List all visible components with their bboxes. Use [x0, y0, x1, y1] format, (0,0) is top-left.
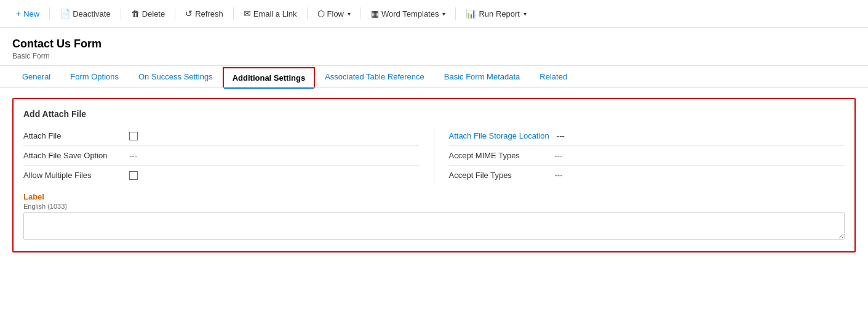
flow-icon: ⬡ — [317, 9, 325, 18]
tab-form-options[interactable]: Form Options — [60, 66, 129, 87]
word-templates-icon: ▦ — [371, 9, 379, 18]
tab-additional-settings[interactable]: Additional Settings — [223, 67, 315, 87]
new-button[interactable]: + New — [10, 5, 46, 22]
attach-file-row: Attach File — [23, 126, 419, 146]
section-title: Add Attach File — [23, 109, 845, 119]
refresh-button[interactable]: ↺ Refresh — [179, 5, 229, 22]
attach-file-storage-location-row: Attach File Storage Location --- — [449, 126, 845, 146]
deactivate-button[interactable]: 📄 Deactivate — [54, 5, 116, 22]
attach-file-storage-location-value: --- — [557, 131, 565, 140]
divider-7 — [455, 7, 456, 20]
tabs-bar: General Form Options On Success Settings… — [0, 66, 868, 88]
deactivate-icon: 📄 — [60, 9, 70, 18]
label-section: Label English (1033) — [23, 192, 845, 241]
delete-icon: 🗑 — [131, 9, 140, 18]
fields-grid: Attach File Attach File Save Option --- … — [23, 126, 845, 185]
refresh-icon: ↺ — [185, 9, 193, 18]
attach-file-storage-location-label: Attach File Storage Location — [449, 131, 549, 140]
accept-file-types-value: --- — [555, 171, 563, 180]
divider-1 — [49, 7, 50, 20]
run-report-chevron-icon: ▾ — [524, 10, 527, 17]
divider-3 — [175, 7, 175, 20]
label-input[interactable] — [23, 212, 845, 240]
page-subtitle: Basic Form — [12, 52, 856, 60]
run-report-icon: 📊 — [466, 9, 476, 18]
accept-file-types-row: Accept File Types --- — [449, 166, 845, 185]
divider-2 — [121, 7, 121, 20]
accept-mime-types-label: Accept MIME Types — [449, 151, 547, 160]
attach-file-checkbox[interactable] — [129, 132, 138, 140]
tab-on-success-settings[interactable]: On Success Settings — [129, 66, 223, 87]
attach-file-save-option-value: --- — [129, 151, 137, 160]
flow-button[interactable]: ⬡ Flow ▾ — [311, 5, 357, 22]
left-column: Attach File Attach File Save Option --- … — [23, 126, 434, 185]
allow-multiple-files-row: Allow Multiple Files — [23, 166, 419, 185]
attach-file-label: Attach File — [23, 131, 122, 140]
attach-file-save-option-row: Attach File Save Option --- — [23, 146, 419, 166]
accept-file-types-label: Accept File Types — [449, 171, 547, 180]
divider-5 — [307, 7, 308, 20]
right-column: Attach File Storage Location --- Accept … — [434, 126, 845, 185]
email-icon: ✉ — [244, 9, 251, 18]
accept-mime-types-value: --- — [555, 151, 563, 160]
allow-multiple-files-checkbox[interactable] — [129, 171, 138, 180]
divider-6 — [360, 7, 361, 20]
label-language: English (1033) — [23, 203, 845, 210]
content-area: Add Attach File Attach File Attach File … — [0, 88, 868, 262]
page-title: Contact Us Form — [12, 38, 856, 50]
email-link-button[interactable]: ✉ Email a Link — [237, 5, 303, 22]
toolbar: + New 📄 Deactivate 🗑 Delete ↺ Refresh ✉ … — [0, 0, 868, 28]
word-templates-chevron-icon: ▾ — [442, 10, 445, 17]
accept-mime-types-row: Accept MIME Types --- — [449, 146, 845, 166]
tab-basic-form-metadata[interactable]: Basic Form Metadata — [434, 66, 530, 87]
tab-related[interactable]: Related — [530, 66, 577, 87]
attach-file-save-option-label: Attach File Save Option — [23, 151, 122, 160]
tab-associated-table-reference[interactable]: Associated Table Reference — [315, 66, 434, 87]
tab-general[interactable]: General — [12, 66, 60, 87]
add-attach-file-section: Add Attach File Attach File Attach File … — [12, 98, 856, 252]
delete-button[interactable]: 🗑 Delete — [125, 5, 172, 22]
flow-chevron-icon: ▾ — [348, 10, 351, 17]
plus-icon: + — [16, 9, 21, 18]
allow-multiple-files-label: Allow Multiple Files — [23, 171, 122, 180]
label-section-title: Label — [23, 192, 845, 201]
run-report-button[interactable]: 📊 Run Report ▾ — [460, 5, 532, 22]
divider-4 — [233, 7, 234, 20]
word-templates-button[interactable]: ▦ Word Templates ▾ — [365, 5, 452, 22]
page-header: Contact Us Form Basic Form — [0, 28, 868, 66]
